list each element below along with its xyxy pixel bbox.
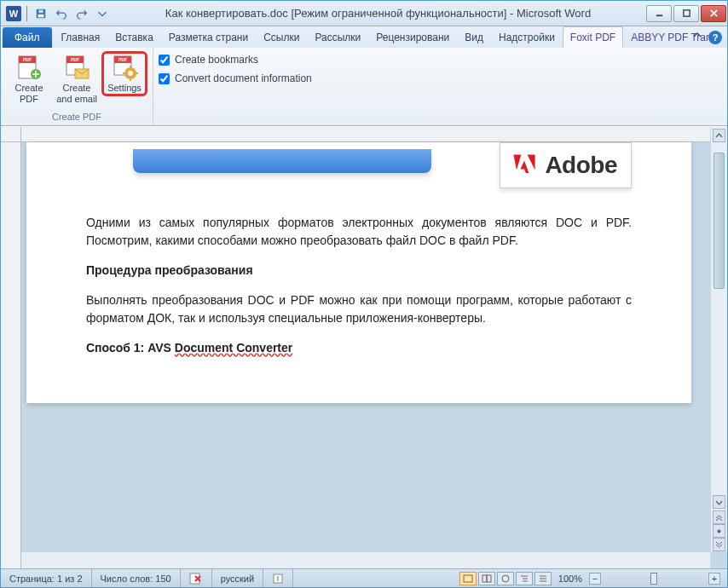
proofing-errors-icon[interactable] (181, 569, 212, 587)
tab-references[interactable]: Ссылки (256, 26, 307, 48)
decorative-bar (133, 149, 431, 173)
outline-view-icon[interactable] (516, 572, 533, 585)
zoom-slider[interactable] (608, 577, 702, 580)
pdf-email-icon: PDF (63, 54, 90, 81)
create-and-email-button[interactable]: PDF Create and email (54, 51, 100, 107)
svg-text:PDF: PDF (118, 57, 127, 62)
tab-review[interactable]: Рецензировани (368, 26, 457, 48)
svg-text:PDF: PDF (23, 57, 32, 62)
tab-page-layout[interactable]: Разметка страни (161, 26, 256, 48)
scroll-thumb[interactable] (714, 153, 725, 289)
zoom-slider-thumb[interactable] (650, 573, 657, 585)
create-pdf-button[interactable]: PDF Create PDF (6, 51, 52, 107)
insert-mode-icon[interactable] (263, 569, 293, 587)
draft-view-icon[interactable] (534, 572, 552, 585)
svg-rect-26 (464, 575, 472, 582)
svg-point-17 (128, 71, 133, 76)
svg-rect-2 (38, 9, 43, 13)
horizontal-scrollbar[interactable] (21, 551, 710, 568)
convert-doc-info-checkbox[interactable]: Convert document information (159, 72, 312, 84)
file-tab[interactable]: Файл (3, 27, 52, 48)
undo-icon[interactable] (53, 5, 70, 22)
svg-rect-28 (487, 575, 491, 582)
doc-paragraph: Выполнять преобразования DOC и PDF можно… (86, 291, 632, 327)
doc-heading: Способ 1: AVS Document Converter (86, 339, 632, 357)
statusbar: Страница: 1 из 2 Число слов: 150 русский… (1, 568, 727, 587)
web-layout-view-icon[interactable] (497, 572, 514, 585)
tab-view[interactable]: Вид (457, 26, 491, 48)
tab-foxit-pdf[interactable]: Foxit PDF (563, 26, 623, 48)
browse-object-icon[interactable] (713, 524, 725, 538)
ruler-toggle[interactable] (1, 127, 21, 142)
svg-rect-27 (482, 575, 487, 582)
ribbon-panel: PDF Create PDF PDF Create and email PDF … (1, 48, 727, 126)
svg-rect-4 (683, 10, 689, 16)
settings-button[interactable]: PDF Settings (101, 51, 147, 96)
redo-icon[interactable] (73, 5, 90, 22)
page-indicator[interactable]: Страница: 1 из 2 (1, 569, 92, 587)
adobe-logo: Adobe (500, 142, 632, 188)
scroll-down-icon[interactable] (713, 495, 725, 509)
language-indicator[interactable]: русский (212, 569, 263, 587)
window-title: Как конвертировать.doc [Режим ограниченн… (111, 7, 645, 20)
qat-customize-icon[interactable] (94, 5, 111, 22)
svg-rect-3 (656, 14, 662, 16)
svg-rect-1 (38, 14, 44, 17)
word-count[interactable]: Число слов: 150 (92, 569, 181, 587)
pdf-settings-icon: PDF (111, 54, 138, 81)
tab-insert[interactable]: Вставка (107, 26, 161, 48)
svg-point-29 (502, 575, 509, 582)
scroll-up-icon[interactable] (713, 129, 725, 142)
svg-text:PDF: PDF (71, 57, 79, 62)
full-screen-view-icon[interactable] (478, 572, 495, 585)
close-button[interactable] (701, 5, 726, 22)
next-page-icon[interactable] (713, 538, 725, 551)
titlebar: W Как конвертировать.doc [Режим ограниче… (1, 1, 727, 26)
maximize-button[interactable] (673, 5, 699, 22)
doc-heading: Процедура преобразования (86, 262, 632, 280)
save-icon[interactable] (32, 5, 49, 22)
ribbon-group-create-pdf: PDF Create PDF PDF Create and email PDF … (1, 48, 153, 125)
tab-mailings[interactable]: Рассылки (307, 26, 368, 48)
document-page[interactable]: Adobe Одними из самых популярных формато… (26, 142, 691, 403)
tab-addins[interactable]: Надстройки (491, 26, 563, 48)
print-layout-view-icon[interactable] (459, 572, 477, 585)
minimize-button[interactable] (646, 5, 672, 22)
vertical-ruler[interactable] (1, 142, 21, 568)
document-area: Adobe Одними из самых популярных формато… (1, 127, 727, 568)
tab-home[interactable]: Главная (54, 26, 108, 48)
pdf-icon: PDF (15, 54, 43, 81)
word-app-icon[interactable]: W (6, 6, 21, 21)
ribbon-group-options: Create bookmarks Convert document inform… (153, 48, 317, 125)
help-button[interactable]: ? (708, 31, 722, 44)
zoom-out-button[interactable]: − (589, 573, 601, 585)
create-bookmarks-checkbox[interactable]: Create bookmarks (159, 54, 258, 66)
ribbon-tabs: Файл Главная Вставка Разметка страни Ссы… (1, 26, 727, 48)
zoom-in-button[interactable]: + (708, 573, 720, 585)
prev-page-icon[interactable] (713, 510, 725, 524)
zoom-level[interactable]: 100% (558, 574, 582, 584)
minimize-ribbon-icon[interactable] (691, 30, 703, 44)
adobe-mark-icon (509, 150, 540, 181)
horizontal-ruler[interactable] (21, 127, 710, 142)
svg-point-22 (718, 529, 721, 533)
ribbon-group-label: Create PDF (6, 110, 147, 124)
vertical-scrollbar[interactable] (710, 127, 727, 551)
quick-access-toolbar: W (6, 5, 111, 22)
doc-paragraph: Одними из самых популярных форматов элек… (86, 214, 632, 250)
window-controls (645, 5, 727, 22)
